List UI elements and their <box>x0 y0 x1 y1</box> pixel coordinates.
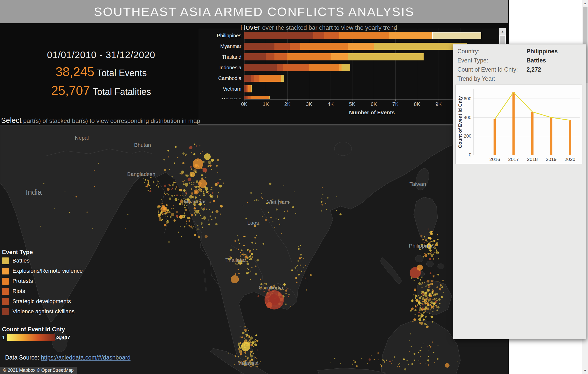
event-dot[interactable] <box>176 194 178 196</box>
event-dot[interactable] <box>436 310 438 311</box>
event-dot[interactable] <box>417 265 423 271</box>
event-dot[interactable] <box>420 279 421 280</box>
event-dot[interactable] <box>429 258 431 260</box>
event-dot[interactable] <box>420 356 421 357</box>
event-dot[interactable] <box>159 219 161 221</box>
bar-segment[interactable] <box>269 96 270 99</box>
event-dot[interactable] <box>172 188 173 189</box>
event-dot[interactable] <box>433 307 434 309</box>
event-dot[interactable] <box>457 361 458 362</box>
event-dot[interactable] <box>253 353 254 354</box>
event-dot[interactable] <box>216 165 218 167</box>
event-dot[interactable] <box>432 311 433 312</box>
event-dot[interactable] <box>399 363 400 364</box>
bar-row-label[interactable]: Malaysia <box>198 96 241 99</box>
bar-segment[interactable] <box>274 53 287 60</box>
event-dot[interactable] <box>217 195 218 196</box>
event-dot[interactable] <box>426 306 427 307</box>
event-dot[interactable] <box>253 249 254 250</box>
event-dot[interactable] <box>249 335 250 336</box>
event-dot[interactable] <box>172 184 174 186</box>
event-dot[interactable] <box>326 209 327 210</box>
event-dot[interactable] <box>432 321 433 323</box>
event-dot[interactable] <box>420 235 422 237</box>
event-dot[interactable] <box>418 318 421 321</box>
event-dot[interactable] <box>250 351 252 353</box>
event-dot[interactable] <box>361 358 362 359</box>
event-dot[interactable] <box>437 306 439 308</box>
event-dot[interactable] <box>429 237 432 240</box>
event-dot[interactable] <box>301 267 301 268</box>
event-dot[interactable] <box>295 268 296 269</box>
event-dot[interactable] <box>172 176 173 177</box>
event-dot[interactable] <box>431 241 432 242</box>
event-dot[interactable] <box>208 165 209 167</box>
event-dot[interactable] <box>189 220 190 222</box>
legend-item[interactable]: Battles <box>2 256 83 266</box>
bar-segment[interactable] <box>254 75 259 82</box>
event-dot[interactable] <box>356 365 358 367</box>
event-dot[interactable] <box>194 144 195 145</box>
event-dot[interactable] <box>184 207 185 208</box>
event-dot[interactable] <box>249 256 251 257</box>
event-dot[interactable] <box>436 242 438 245</box>
bar-segment[interactable] <box>287 53 331 60</box>
event-dot[interactable] <box>436 293 438 295</box>
event-dot[interactable] <box>205 235 208 238</box>
bar-segment[interactable] <box>309 64 339 71</box>
bar-segment[interactable] <box>244 85 246 92</box>
bar-segment[interactable] <box>251 85 252 92</box>
event-dot[interactable] <box>421 284 422 285</box>
event-dot[interactable] <box>301 257 302 258</box>
event-dot[interactable] <box>215 183 218 186</box>
event-dot[interactable] <box>270 217 272 218</box>
event-dot[interactable] <box>429 345 430 346</box>
event-dot[interactable] <box>414 280 415 281</box>
event-dot[interactable] <box>235 240 236 242</box>
event-dot[interactable] <box>287 288 288 289</box>
event-dot[interactable] <box>186 205 187 206</box>
event-dot[interactable] <box>426 302 429 305</box>
event-dot[interactable] <box>244 236 245 237</box>
legend-item[interactable]: Explosions/Remote violence <box>2 266 83 276</box>
event-dot[interactable] <box>170 216 172 218</box>
event-dot[interactable] <box>181 236 182 237</box>
event-dot[interactable] <box>303 258 304 259</box>
event-dot[interactable] <box>437 274 438 275</box>
event-dot[interactable] <box>184 180 185 181</box>
event-dot[interactable] <box>160 206 161 207</box>
event-dot[interactable] <box>422 283 423 284</box>
event-dot[interactable] <box>431 283 434 285</box>
event-dot[interactable] <box>262 216 263 217</box>
event-dot[interactable] <box>254 237 256 239</box>
event-dot[interactable] <box>428 300 430 301</box>
event-dot[interactable] <box>259 363 259 364</box>
event-dot[interactable] <box>399 366 400 367</box>
event-dot[interactable] <box>158 186 159 188</box>
event-dot[interactable] <box>440 284 442 287</box>
event-dot[interactable] <box>186 193 187 194</box>
event-dot[interactable] <box>240 342 241 344</box>
bar-segment[interactable] <box>324 32 339 39</box>
event-dot[interactable] <box>420 305 421 306</box>
event-dot[interactable] <box>196 181 198 183</box>
event-dot[interactable] <box>193 182 195 183</box>
event-dot[interactable] <box>425 253 426 254</box>
event-dot[interactable] <box>278 219 279 220</box>
event-dot[interactable] <box>438 345 438 346</box>
event-dot[interactable] <box>425 311 426 312</box>
bar-segment[interactable] <box>277 64 283 71</box>
event-dot[interactable] <box>264 291 265 292</box>
event-dot[interactable] <box>283 217 285 219</box>
event-dot[interactable] <box>384 361 385 363</box>
event-dot[interactable] <box>211 189 212 190</box>
bar-segment[interactable] <box>244 32 313 39</box>
event-dot[interactable] <box>161 219 163 220</box>
event-dot[interactable] <box>196 180 198 181</box>
event-dot[interactable] <box>171 213 174 216</box>
event-dot[interactable] <box>422 297 424 300</box>
bar-segment[interactable] <box>248 85 251 92</box>
event-dot[interactable] <box>250 355 251 356</box>
event-dot[interactable] <box>296 282 298 283</box>
event-dot[interactable] <box>255 341 256 342</box>
